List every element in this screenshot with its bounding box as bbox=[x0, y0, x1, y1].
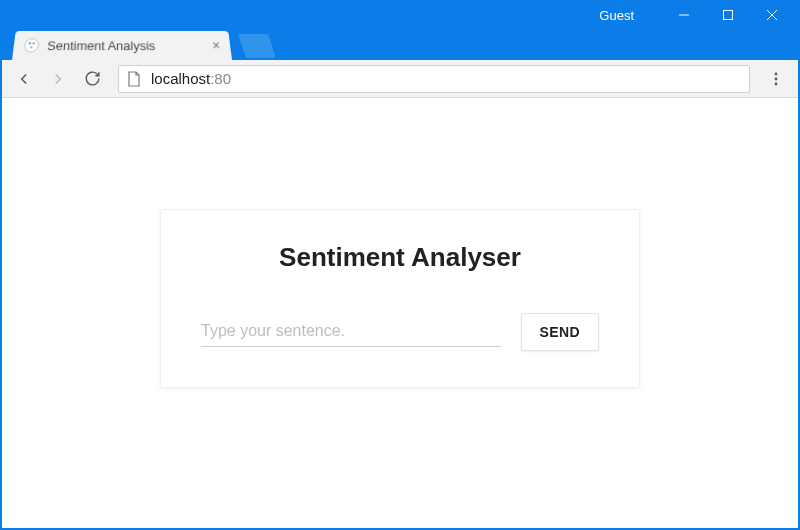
url-host: localhost bbox=[151, 70, 210, 87]
maximize-button[interactable] bbox=[706, 2, 750, 28]
forward-button[interactable] bbox=[44, 65, 72, 93]
url-port: :80 bbox=[210, 70, 231, 87]
reload-button[interactable] bbox=[78, 65, 106, 93]
browser-tab-active[interactable]: Sentiment Analysis × bbox=[12, 31, 232, 60]
tab-title: Sentiment Analysis bbox=[47, 38, 205, 52]
minimize-button[interactable] bbox=[662, 2, 706, 28]
sentence-input[interactable] bbox=[201, 316, 501, 347]
back-button[interactable] bbox=[10, 65, 38, 93]
browser-menu-button[interactable] bbox=[762, 65, 790, 93]
sentiment-card: Sentiment Analyser SEND bbox=[160, 209, 640, 388]
svg-point-4 bbox=[24, 39, 39, 52]
send-button[interactable]: SEND bbox=[521, 313, 600, 351]
input-row: SEND bbox=[201, 313, 599, 351]
new-tab-button[interactable] bbox=[238, 34, 276, 58]
svg-point-9 bbox=[775, 77, 778, 80]
page-info-icon[interactable] bbox=[127, 71, 141, 87]
profile-label[interactable]: Guest bbox=[599, 8, 634, 23]
svg-rect-1 bbox=[724, 11, 733, 20]
svg-point-10 bbox=[775, 82, 778, 85]
address-bar[interactable]: localhost:80 bbox=[118, 65, 750, 93]
page-content: Sentiment Analyser SEND bbox=[2, 98, 798, 528]
app-heading: Sentiment Analyser bbox=[201, 242, 599, 273]
svg-point-8 bbox=[775, 72, 778, 75]
window-titlebar: Guest bbox=[2, 2, 798, 28]
browser-toolbar: localhost:80 bbox=[2, 60, 798, 98]
favicon-icon bbox=[23, 38, 40, 53]
window-controls bbox=[662, 2, 794, 28]
tab-strip: Sentiment Analysis × bbox=[2, 28, 798, 60]
close-tab-icon[interactable]: × bbox=[211, 38, 221, 53]
close-window-button[interactable] bbox=[750, 2, 794, 28]
browser-window: Guest Sentiment Analysis × bbox=[0, 0, 800, 530]
